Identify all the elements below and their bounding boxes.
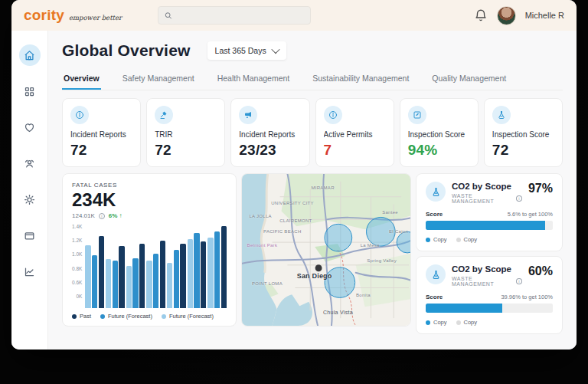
map-label-chula-vista: Chula Vista	[323, 310, 353, 315]
search-input[interactable]	[178, 11, 304, 20]
bar	[119, 246, 124, 308]
apps-grid-icon	[24, 86, 35, 97]
bar	[188, 239, 193, 308]
kpi-value: 72	[70, 142, 132, 159]
chart-delta: 6% ↑	[109, 212, 122, 219]
co2-scope-card-1[interactable]: CO2 by Scope WASTE MANAGEMENTi 97% Score…	[416, 173, 563, 251]
people-icon	[24, 158, 35, 169]
legend-label: Copy	[464, 236, 478, 243]
bar-chart-bars	[85, 224, 227, 308]
map-label-belmont-park: Belmont Park	[247, 243, 278, 248]
kpi-label: Active Permits	[324, 130, 386, 139]
map-label-santee: Santee	[382, 210, 398, 215]
flask-icon	[431, 270, 441, 280]
info-icon	[328, 110, 338, 120]
flask-icon	[431, 187, 441, 197]
scope-cards-column: CO2 by Scope WASTE MANAGEMENTi 97% Score…	[416, 173, 563, 327]
bar-group	[188, 224, 207, 308]
bar-group	[85, 224, 104, 308]
info-icon[interactable]: i	[516, 195, 522, 202]
bar	[207, 238, 213, 308]
clipboard-icon	[413, 110, 422, 120]
kpi-card-active-permits[interactable]: Active Permits 7	[315, 98, 394, 167]
sidebar	[11, 31, 48, 350]
tab-health-management[interactable]: Health Management	[216, 69, 292, 90]
chart-title: FATAL CASES	[72, 182, 227, 189]
y-axis: 1.4K 1.2K 1.0K 0.8K 0.6K 0K	[72, 224, 85, 308]
tab-overview[interactable]: Overview	[62, 69, 101, 90]
score-target: 5.6% to get 100%	[508, 211, 553, 218]
brand-logo[interactable]: cority empower better	[24, 7, 158, 24]
bar	[106, 259, 111, 308]
page-title: Global Overview	[62, 41, 191, 60]
kpi-card-inspection-score-2[interactable]: Inspection Score 72	[484, 98, 563, 167]
kpi-value: 7	[324, 142, 386, 159]
kpi-label: TRIR	[155, 130, 217, 139]
tab-quality-management[interactable]: Quality Management	[430, 69, 508, 90]
user-avatar[interactable]	[497, 6, 516, 25]
bar-group	[207, 224, 227, 308]
kpi-value: 94%	[408, 142, 470, 159]
sidebar-item-settings[interactable]	[19, 189, 41, 210]
map-label-bonita: Bonita	[356, 293, 371, 297]
scope-title: CO2 by Scope	[452, 182, 522, 191]
map-label-pacific-beach: PACIFIC BEACH	[263, 229, 301, 234]
bar-chart: 1.4K 1.2K 1.0K 0.8K 0.6K 0K	[72, 224, 227, 308]
tab-safety-management[interactable]: Safety Management	[121, 69, 196, 90]
legend-label: Past	[80, 313, 91, 320]
kpi-value: 72	[492, 142, 554, 159]
chart-secondary-value: 124.01K	[72, 212, 95, 219]
chart-legend: Past Future (Forecast) Future (Forecast)	[72, 313, 227, 320]
search-bar[interactable]	[158, 6, 311, 25]
kpi-label: Inspection Score	[492, 130, 554, 139]
kpi-card-trir[interactable]: TRIR 72	[146, 98, 225, 167]
sidebar-item-home[interactable]	[19, 44, 41, 66]
sidebar-item-apps[interactable]	[19, 80, 41, 102]
progress-fill	[426, 304, 502, 313]
map-label-miramar: MIRAMAR	[311, 185, 334, 190]
map-label-university-city: UNIVERSITY CITY	[271, 201, 314, 205]
bar	[92, 255, 97, 308]
kpi-label: Inspection Score	[408, 130, 470, 139]
app-window: cority empower better Michelle R	[11, 0, 577, 350]
score-label: Score	[426, 211, 443, 218]
notifications-bell-icon[interactable]	[474, 8, 488, 22]
date-range-dropdown[interactable]: Last 365 Days	[207, 41, 286, 60]
user-name[interactable]: Michelle R	[525, 11, 564, 20]
tab-sustainability-management[interactable]: Sustainability Management	[311, 69, 410, 90]
page-background: cority empower better Michelle R	[0, 0, 588, 384]
co2-scope-card-2[interactable]: CO2 by Scope WASTE MANAGEMENTi 60% Score…	[416, 256, 563, 334]
date-range-label: Last 365 Days	[215, 46, 266, 55]
sidebar-item-people[interactable]	[19, 153, 41, 174]
map-card[interactable]: San Diego Chula Vista LA JOLLA UNIVERSIT…	[241, 173, 411, 327]
tab-bar: Overview Safety Management Health Manage…	[62, 69, 563, 90]
map-label-san-diego: San Diego	[297, 272, 332, 280]
heart-icon	[24, 122, 35, 133]
info-icon[interactable]: i	[516, 278, 522, 284]
kpi-card-incident-reports[interactable]: Incident Reports 72	[62, 98, 141, 167]
sidebar-item-wallet[interactable]	[19, 225, 41, 246]
bar-group	[106, 224, 125, 308]
gavel-icon	[159, 110, 168, 120]
sidebar-item-favorites[interactable]	[19, 117, 41, 138]
trend-chart-icon	[24, 266, 35, 277]
map-label-spring-valley: Spring Valley	[367, 258, 397, 263]
map-background	[242, 174, 410, 326]
kpi-label: Incident Reports	[70, 130, 132, 139]
sun-icon	[24, 194, 35, 205]
bar	[167, 263, 172, 308]
legend-dot-future-mid	[100, 314, 105, 319]
bar	[132, 258, 138, 308]
sidebar-item-analytics[interactable]	[19, 261, 41, 282]
map-label-point-loma: POINT LOMA	[252, 281, 283, 286]
bar-group	[167, 224, 186, 308]
kpi-card-inspection-score[interactable]: Inspection Score 94%	[400, 98, 479, 167]
kpi-card-incident-reports-2[interactable]: Incident Reports 23/23	[230, 98, 309, 167]
legend-dot	[426, 320, 430, 325]
map-label-el-cajon: El Cajon	[389, 229, 408, 234]
bar	[214, 231, 220, 308]
bar	[160, 241, 165, 308]
flask-icon	[497, 110, 506, 120]
info-icon[interactable]: i	[99, 213, 105, 219]
bar	[194, 233, 199, 308]
